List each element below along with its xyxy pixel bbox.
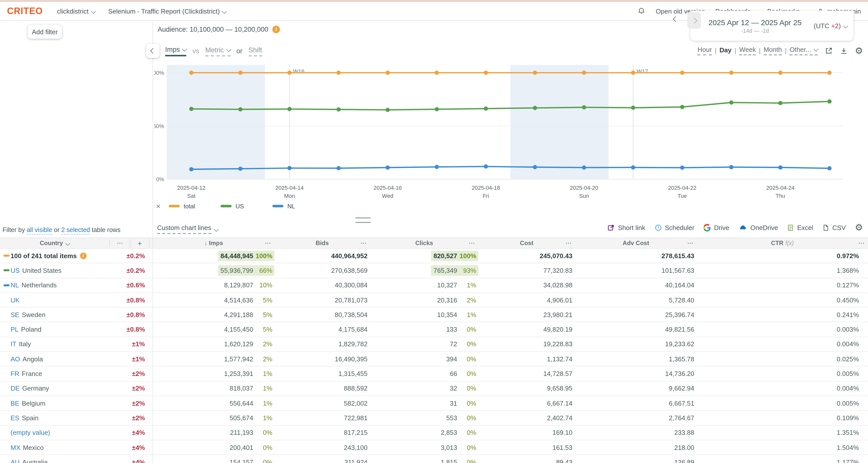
legend-item-US[interactable]: US [220, 203, 272, 209]
onedrive-action[interactable]: OneDrive [738, 224, 778, 231]
account-switcher[interactable]: clickdistrict [57, 7, 95, 15]
adv-cost-cell: 6,667.51 [575, 396, 697, 410]
column-header-adv-cost[interactable]: Adv Cost ⋯ [575, 238, 697, 248]
legend-swatch [272, 205, 283, 207]
table-row[interactable]: SESweden±0.8%4,291,1885%80,738,50410,354… [0, 307, 868, 322]
share-percent: 0% [457, 385, 478, 392]
custom-chart-lines[interactable]: Custom chart lines [157, 224, 218, 234]
table-row[interactable]: ESSpain±2%505,6741%722,9815530%2,402.742… [0, 411, 868, 426]
column-header-cost[interactable]: Cost ⋯ [478, 238, 575, 248]
table-row[interactable]: 100 of 241 total itemsi±0.2%84,448,94510… [0, 249, 868, 263]
country-code[interactable]: AO [10, 355, 20, 363]
info-icon[interactable]: i [80, 253, 86, 259]
table-row[interactable]: DEGermany±2%818,0371%888,592320%9,658.95… [0, 381, 868, 396]
country-cell: DEGermany±2% [0, 381, 153, 396]
table-row[interactable]: MXMexico±4%200,4010%243,1003,0130%161.53… [0, 440, 868, 455]
open-in-new-icon[interactable] [825, 46, 833, 55]
legend-item-total[interactable]: total [169, 203, 220, 209]
country-code[interactable]: AU [10, 459, 20, 463]
google-drive-action[interactable]: Drive [703, 224, 729, 231]
download-icon[interactable] [840, 46, 848, 55]
value: 556,644 [229, 399, 253, 407]
value: 4,291,188 [224, 311, 253, 319]
table-row[interactable]: PLPoland±0.8%4,155,4505%4,175,6841330%49… [0, 322, 868, 337]
report-title-menu[interactable]: Selenium - Traffic Report (Clickdistrict… [108, 7, 226, 15]
country-code[interactable]: MX [10, 443, 21, 451]
share-percent: 0% [457, 429, 478, 436]
scheduler-action[interactable]: Scheduler [654, 224, 694, 231]
date-next-button[interactable] [687, 12, 701, 29]
cost-cell: 89.43 [478, 455, 575, 463]
granularity-week[interactable]: Week [739, 46, 756, 55]
column-header-bids[interactable]: Bids ⋯ [274, 238, 370, 248]
collapse-chart-button[interactable] [146, 44, 160, 58]
column-menu-icon[interactable]: ⋯ [565, 239, 571, 246]
resize-handle[interactable] [355, 218, 371, 223]
csv-action[interactable]: CSV [822, 224, 846, 231]
ctr-cell: 1.177% [697, 455, 868, 463]
compare-metric-select[interactable]: Metric [206, 46, 230, 56]
imps-cell: 1,577,9422% [153, 352, 274, 366]
chevron-down-icon [65, 240, 70, 245]
country-code[interactable]: US [10, 267, 20, 274]
granularity-hour[interactable]: Hour [698, 46, 712, 55]
table-row[interactable]: AUAustralia±4%154,1570%311,9241,8150%89.… [0, 455, 868, 463]
country-code[interactable]: BE [10, 399, 20, 407]
chart-settings-gear-icon[interactable]: ⚙ [855, 46, 863, 55]
granularity-other[interactable]: Other... [789, 46, 817, 55]
bell-icon[interactable] [638, 7, 646, 15]
table-row[interactable]: ITItaly±1%1,620,1292%1,829,782720%19,228… [0, 337, 868, 352]
excel-action[interactable]: Excel [787, 224, 813, 231]
date-range-picker[interactable]: 2025 Apr 12 — 2025 Apr 25 -14d — -1d (UT… [690, 10, 854, 41]
country-code[interactable]: PL [10, 326, 19, 333]
table-row[interactable]: NLNetherlands±0.6%8,129,80710%40,300,084… [0, 278, 868, 293]
column-menu-icon[interactable]: ⋯ [469, 239, 475, 246]
table-row[interactable]: AOAngola±1%1,577,9422%16,490,3953940%1,1… [0, 352, 868, 367]
country-code[interactable]: SE [10, 311, 20, 319]
filter-selected-link[interactable]: 2 selected [61, 227, 90, 234]
country-cell: ESSpain±2% [0, 411, 153, 425]
value: 1,620,129 [224, 340, 253, 348]
granularity-month[interactable]: Month [764, 46, 782, 55]
column-menu-icon[interactable]: ⋯ [687, 239, 693, 246]
chart-area[interactable]: 100%50%0%W16W172025-04-12Sat2025-04-14Mo… [154, 61, 862, 203]
table-row[interactable]: USUnited States±0.2%55,936,79966%270,638… [0, 263, 868, 278]
metric-selected[interactable]: Imps [165, 46, 187, 56]
value: 84,448,945 [220, 252, 253, 259]
legend-close-icon[interactable]: × [156, 202, 161, 210]
country-code[interactable]: IT [10, 340, 17, 348]
column-header-ctr[interactable]: CTRf(x) ⋯ [697, 238, 868, 248]
country-name: Poland [21, 326, 41, 333]
country-code[interactable]: NL [10, 281, 19, 289]
country-code[interactable]: FR [10, 370, 20, 377]
column-header-imps[interactable]: ↓Imps ⋯ [153, 238, 274, 248]
add-column-button[interactable]: + [130, 239, 150, 247]
filter-all-visible-link[interactable]: all visible [27, 227, 52, 234]
info-icon[interactable]: i [272, 26, 280, 33]
country-sort[interactable]: Country [0, 239, 109, 246]
country-code[interactable]: DE [10, 385, 20, 392]
table-row[interactable]: UK±0.8%4,514,6365%20,781,07320,3162%4,90… [0, 293, 868, 308]
column-menu-icon[interactable]: ⋯ [265, 239, 271, 246]
add-filter-button[interactable]: Add filter [28, 25, 62, 39]
table-row[interactable]: FRFrance±2%1,253,3911%1,315,455660%14,72… [0, 367, 868, 382]
table-row[interactable]: (empty value)±4%211,1930%817,2152,8530%1… [0, 426, 868, 440]
share-percent: 0% [253, 429, 274, 436]
column-menu-icon[interactable]: ⋯ [859, 239, 865, 246]
country-code[interactable]: ES [10, 414, 20, 422]
short-link-action[interactable]: Short link [608, 224, 645, 231]
column-menu-icon[interactable]: ⋯ [109, 239, 130, 246]
column-header-clicks[interactable]: Clicks ⋯ [370, 238, 478, 248]
audience-row: Audience: 10,100,000 — 10,200,000 i [158, 26, 280, 33]
table-settings-gear-icon[interactable]: ⚙ [855, 223, 863, 232]
cost-cell: 49,820.19 [478, 322, 575, 337]
country-code[interactable]: UK [10, 296, 20, 304]
date-prev-button[interactable] [671, 15, 681, 25]
svg-text:Thu: Thu [776, 193, 785, 199]
table-row[interactable]: BEBelgium±2%556,6441%582,002310%6,667.14… [0, 396, 868, 411]
granularity-day[interactable]: Day [719, 46, 732, 55]
country-name[interactable]: (empty value) [10, 429, 50, 436]
legend-item-NL[interactable]: NL [272, 203, 324, 209]
shift-select[interactable]: Shift [248, 46, 262, 56]
column-menu-icon[interactable]: ⋯ [361, 239, 367, 246]
